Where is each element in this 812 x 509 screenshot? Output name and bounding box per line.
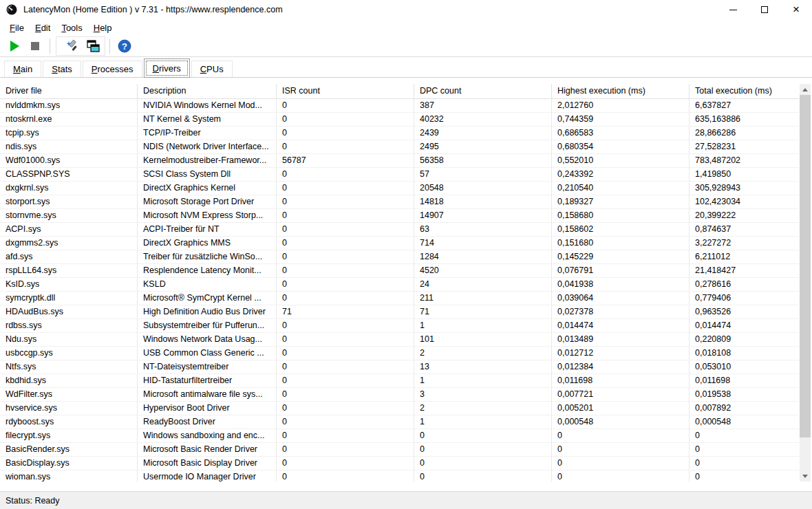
table-row[interactable]: KsID.sysKSLD0240,0419380,278616 bbox=[0, 278, 799, 292]
cell-desc: Microsoft Basic Display Driver bbox=[138, 457, 277, 470]
scroll-down-button[interactable] bbox=[800, 470, 811, 481]
cell-dpc: 20548 bbox=[414, 182, 552, 195]
start-monitor-button[interactable] bbox=[4, 37, 25, 55]
menu-item-help[interactable]: Help bbox=[88, 21, 118, 35]
options-button[interactable] bbox=[62, 37, 83, 55]
table-row[interactable]: ntoskrnl.exeNT Kernel & System0402320,74… bbox=[0, 113, 799, 127]
cell-file: wioman.sys bbox=[0, 470, 138, 481]
column-header-highest[interactable]: Highest execution (ms) bbox=[552, 84, 690, 98]
menu-item-file[interactable]: File bbox=[4, 21, 30, 35]
window-controls: × bbox=[717, 0, 812, 19]
cell-file: ntoskrnl.exe bbox=[0, 113, 138, 126]
scrollbar-thumb[interactable] bbox=[800, 95, 811, 437]
help-button[interactable]: ? bbox=[114, 37, 135, 55]
cell-isr: 0 bbox=[277, 457, 414, 470]
table-row[interactable]: ndis.sysNDIS (Network Driver Interface..… bbox=[0, 140, 799, 154]
table-row[interactable]: filecrypt.sysWindows sandboxing and enc.… bbox=[0, 429, 799, 443]
tab-stats[interactable]: Stats bbox=[43, 61, 81, 77]
column-header-total[interactable]: Total execution (ms) bbox=[690, 84, 799, 98]
table-row[interactable]: nvlddmkm.sysNVIDIA Windows Kernel Mod...… bbox=[0, 99, 799, 113]
table-row[interactable]: rdbss.sysSubsystemtreiber für Pufferun..… bbox=[0, 319, 799, 333]
tab-drivers[interactable]: Drivers bbox=[144, 58, 190, 78]
cell-desc: Microsoft NVM Express Storp... bbox=[138, 209, 277, 222]
status-bar: Status: Ready bbox=[0, 491, 812, 509]
cell-highest: 0 bbox=[552, 457, 690, 470]
stop-monitor-button[interactable] bbox=[25, 37, 45, 55]
table-row[interactable]: afd.sysTreiber für zusätzliche WinSo...0… bbox=[0, 250, 799, 264]
vertical-scrollbar[interactable] bbox=[800, 84, 811, 481]
cell-desc: Windows sandboxing and enc... bbox=[138, 429, 277, 442]
table-row[interactable]: rspLLL64.sysResplendence Latency Monit..… bbox=[0, 264, 799, 278]
svg-text:?: ? bbox=[122, 41, 127, 52]
scroll-up-button[interactable] bbox=[800, 84, 811, 95]
cell-file: HDAudBus.sys bbox=[0, 305, 138, 318]
table-row[interactable]: dxgkrnl.sysDirectX Graphics Kernel020548… bbox=[0, 182, 799, 195]
table-row[interactable]: BasicRender.sysMicrosoft Basic Render Dr… bbox=[0, 443, 799, 457]
table-row[interactable]: Ntfs.sysNT-Dateisystemtreiber0130,012384… bbox=[0, 360, 799, 374]
cell-file: rdyboost.sys bbox=[0, 415, 138, 429]
menu-item-edit[interactable]: Edit bbox=[30, 21, 56, 35]
cell-file: BasicDisplay.sys bbox=[0, 457, 138, 470]
column-header-file[interactable]: Driver file bbox=[0, 84, 138, 98]
table-row[interactable]: HDAudBus.sysHigh Definition Audio Bus Dr… bbox=[0, 305, 799, 319]
table-row[interactable]: CLASSPNP.SYSSCSI Class System Dll0570,24… bbox=[0, 168, 799, 182]
cell-total: 0,007892 bbox=[690, 402, 799, 415]
table-row[interactable]: rdyboost.sysReadyBoost Driver010,0005480… bbox=[0, 415, 799, 429]
cell-dpc: 4520 bbox=[414, 264, 552, 277]
cell-file: WdFilter.sys bbox=[0, 388, 138, 401]
cell-isr: 0 bbox=[277, 278, 414, 291]
cell-file: kbdhid.sys bbox=[0, 374, 138, 387]
column-header-isr[interactable]: ISR count bbox=[277, 84, 414, 98]
table-row[interactable]: storport.sysMicrosoft Storage Port Drive… bbox=[0, 195, 799, 209]
cell-desc: TCP/IP-Treiber bbox=[138, 127, 277, 140]
copy-icon bbox=[86, 39, 100, 53]
table-row[interactable]: WdFilter.sysMicrosoft antimalware file s… bbox=[0, 388, 799, 402]
cell-total: 0,874637 bbox=[690, 223, 799, 236]
minimize-button[interactable] bbox=[717, 0, 749, 19]
arrow-up-icon bbox=[802, 88, 808, 91]
column-header-desc[interactable]: Description bbox=[138, 84, 277, 98]
table-row[interactable]: Wdf01000.sysKernelmodustreiber-Framewor.… bbox=[0, 154, 799, 168]
cell-isr: 0 bbox=[277, 264, 414, 277]
cell-desc: Kernelmodustreiber-Framewor... bbox=[138, 154, 277, 167]
cell-isr: 0 bbox=[277, 319, 414, 332]
table-row[interactable]: wioman.sysUsermode IO Manager Driver0000 bbox=[0, 470, 799, 481]
table-row[interactable]: stornvme.sysMicrosoft NVM Express Storp.… bbox=[0, 209, 799, 223]
cell-desc: High Definition Audio Bus Driver bbox=[138, 305, 277, 318]
copy-report-button[interactable] bbox=[83, 37, 103, 55]
table-row[interactable]: kbdhid.sysHID-Tastaturfiltertreiber010,0… bbox=[0, 374, 799, 388]
latencymon-window: LatencyMon (Home Edition ) v 7.31 - http… bbox=[0, 0, 812, 509]
cell-total: 102,423034 bbox=[690, 195, 799, 208]
cell-dpc: 2495 bbox=[414, 140, 552, 153]
cell-total: 27,528231 bbox=[690, 140, 799, 153]
cell-total: 635,163886 bbox=[690, 113, 799, 126]
maximize-icon bbox=[761, 6, 768, 13]
cell-highest: 0,013489 bbox=[552, 333, 690, 346]
cell-isr: 0 bbox=[277, 415, 414, 429]
tab-cpus[interactable]: CPUs bbox=[191, 61, 233, 77]
table-row[interactable]: dxgmms2.sysDirectX Graphics MMS07140,151… bbox=[0, 237, 799, 250]
cell-highest: 0 bbox=[552, 443, 690, 456]
cell-file: dxgkrnl.sys bbox=[0, 182, 138, 195]
tab-processes[interactable]: Processes bbox=[83, 61, 142, 77]
table-row[interactable]: symcryptk.dllMicrosoft® SymCrypt Kernel … bbox=[0, 292, 799, 305]
cell-isr: 0 bbox=[277, 360, 414, 373]
table-row[interactable]: usbccgp.sysUSB Common Class Generic ...0… bbox=[0, 347, 799, 360]
cell-highest: 0,012384 bbox=[552, 360, 690, 373]
cell-file: rdbss.sys bbox=[0, 319, 138, 332]
table-row[interactable]: hvservice.sysHypervisor Boot Driver020,0… bbox=[0, 402, 799, 415]
table-row[interactable]: ACPI.sysACPI-Treiber für NT0630,1586020,… bbox=[0, 223, 799, 237]
table-row[interactable]: BasicDisplay.sysMicrosoft Basic Display … bbox=[0, 457, 799, 470]
cell-highest: 0 bbox=[552, 470, 690, 481]
menu-item-tools[interactable]: Tools bbox=[56, 21, 87, 35]
column-header-dpc[interactable]: DPC count bbox=[414, 84, 552, 98]
table-row[interactable]: tcpip.sysTCP/IP-Treiber024390,68658328,8… bbox=[0, 127, 799, 140]
close-button[interactable]: × bbox=[780, 0, 812, 19]
cell-desc: DirectX Graphics MMS bbox=[138, 237, 277, 250]
cell-file: usbccgp.sys bbox=[0, 347, 138, 360]
table-row[interactable]: Ndu.sysWindows Network Data Usag...01010… bbox=[0, 333, 799, 347]
tab-main[interactable]: Main bbox=[4, 61, 41, 77]
maximize-button[interactable] bbox=[749, 0, 780, 19]
cell-dpc: 1284 bbox=[414, 250, 552, 263]
cell-isr: 0 bbox=[277, 223, 414, 236]
